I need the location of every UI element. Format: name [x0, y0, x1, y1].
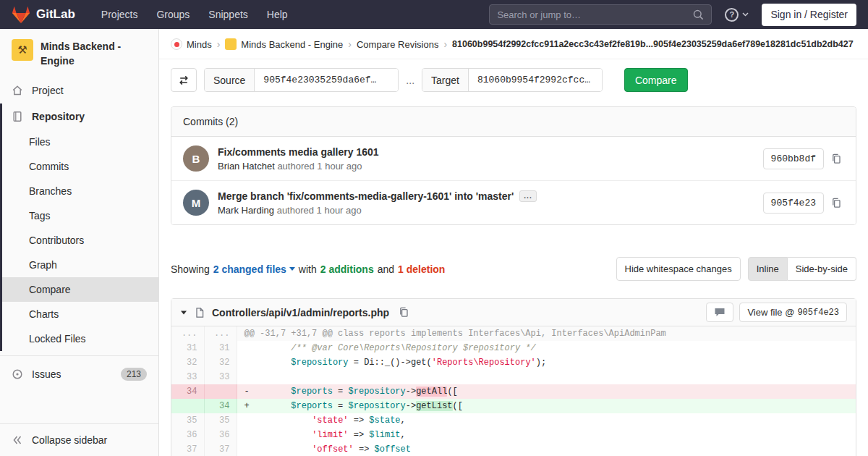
main-content: Minds › Minds Backend - Engine › Compare…	[159, 29, 868, 456]
issues-count-badge: 213	[121, 368, 147, 381]
commit-title-text: Fix/comments media gallery 1601	[218, 146, 379, 158]
toggle-comments-button[interactable]	[706, 303, 733, 322]
old-line-number[interactable]: 34	[171, 384, 204, 399]
sidebar-item-files[interactable]: Files	[0, 130, 158, 154]
copy-sha-button[interactable]	[828, 195, 844, 211]
sidebar-item-issues[interactable]: Issues 213	[0, 360, 158, 388]
commit-title-text: Merge branch 'fix/comments-media-gallery…	[218, 190, 514, 202]
nav-link-help[interactable]: Help	[267, 9, 288, 20]
breadcrumb-label: Minds Backend - Engine	[241, 39, 343, 50]
commit-author-link[interactable]: Mark Harding	[218, 205, 274, 216]
old-line-number[interactable]: 32	[171, 355, 204, 370]
commits-panel: Commits (2) B Fix/comments media gallery…	[171, 106, 856, 225]
side-by-side-view-button[interactable]: Side-by-side	[788, 257, 856, 281]
new-line-number: ...	[204, 326, 237, 341]
new-line-number[interactable]: 32	[204, 355, 237, 370]
swap-revisions-button[interactable]	[171, 68, 197, 92]
sidebar-item-branches[interactable]: Branches	[0, 179, 158, 203]
breadcrumb-project[interactable]: Minds Backend - Engine	[225, 38, 343, 50]
commit-author-avatar[interactable]: B	[183, 145, 209, 172]
old-line-number: ...	[171, 326, 204, 341]
target-revision-input[interactable]	[469, 69, 602, 91]
breadcrumb-separator: ›	[217, 38, 221, 50]
diff-table: ......@@ -31,7 +31,7 @@ class reports im…	[171, 326, 856, 456]
copy-file-path-button[interactable]	[396, 304, 412, 321]
commit-authored-time: authored 1 hour ago	[277, 205, 362, 216]
sidebar-item-tags[interactable]: Tags	[0, 203, 158, 228]
breadcrumb-minds[interactable]: Minds	[171, 38, 212, 50]
nav-link-snippets[interactable]: Snippets	[208, 9, 247, 20]
sidebar-item-charts[interactable]: Charts	[0, 302, 158, 326]
minds-avatar	[171, 38, 182, 50]
sidebar-divider	[0, 355, 158, 356]
sidebar-item-label: Project	[32, 85, 64, 96]
project-avatar: ⚒	[12, 39, 33, 61]
sidebar-item-graph[interactable]: Graph	[0, 253, 158, 277]
global-search-box[interactable]	[489, 4, 712, 25]
new-line-number[interactable]: 31	[204, 341, 237, 355]
diff-code-cell: + $reports = $repository->getList([	[237, 399, 856, 413]
old-line-number[interactable]: 35	[171, 413, 204, 428]
old-line-number[interactable]: 36	[171, 428, 204, 442]
swap-arrows-icon	[178, 75, 190, 86]
diff-file-path[interactable]: Controllers/api/v1/admin/reports.php	[212, 307, 389, 318]
commit-author-avatar[interactable]: M	[183, 190, 209, 216]
with-label: with	[299, 263, 317, 275]
commits-panel-header: Commits (2)	[171, 107, 856, 137]
nav-link-groups[interactable]: Groups	[156, 9, 190, 20]
commit-author-link[interactable]: Brian Hatchet	[218, 161, 275, 172]
help-dropdown[interactable]: ?	[725, 8, 749, 22]
chevron-down-icon	[742, 12, 749, 17]
sign-in-register-button[interactable]: Sign in / Register	[762, 4, 856, 26]
collapse-sidebar-button[interactable]: Collapse sidebar	[0, 423, 158, 456]
diff-file-header: Controllers/api/v1/admin/reports.php Vie…	[171, 299, 856, 326]
commit-sha-button[interactable]: 960bb8df	[763, 148, 824, 169]
diff-code-cell: - $reports = $repository->getAll([	[237, 384, 856, 399]
sidebar-item-compare[interactable]: Compare	[0, 277, 158, 302]
view-file-button[interactable]: View file @ 905f4e23	[739, 303, 847, 322]
commit-meta: Mark Harding authored 1 hour ago	[218, 205, 763, 216]
source-revision-input[interactable]	[255, 69, 398, 91]
new-line-number[interactable]: 37	[204, 442, 237, 456]
sidebar-item-commits[interactable]: Commits	[0, 154, 158, 179]
breadcrumb-label: Minds	[187, 39, 212, 50]
breadcrumb-separator: ›	[348, 38, 352, 50]
copy-sha-button[interactable]	[828, 151, 844, 167]
collapse-diff-caret-icon[interactable]	[180, 309, 187, 316]
hide-whitespace-button[interactable]: Hide whitespace changes	[616, 257, 741, 281]
new-line-number[interactable]: 34	[204, 399, 237, 413]
sidebar-item-project[interactable]: Project	[0, 77, 158, 104]
old-line-number[interactable]: 37	[171, 442, 204, 456]
navbar-right: ? Sign in / Register	[489, 4, 856, 26]
breadcrumb-compare-revisions[interactable]: Compare Revisions	[357, 39, 438, 50]
gitlab-logo-link[interactable]: GitLab	[12, 6, 75, 24]
caret-down-icon	[289, 267, 295, 271]
commit-description-expander[interactable]: ...	[519, 190, 536, 202]
compare-button[interactable]: Compare	[624, 68, 688, 92]
old-line-number[interactable]	[171, 399, 204, 413]
commit-sha-button[interactable]: 905f4e23	[763, 193, 824, 214]
old-line-number[interactable]: 31	[171, 341, 204, 355]
nav-link-projects[interactable]: Projects	[101, 9, 138, 20]
view-file-sha: 905f4e23	[797, 308, 839, 318]
inline-view-button[interactable]: Inline	[748, 257, 788, 281]
copy-icon	[399, 307, 409, 318]
diff-line: 3333	[171, 370, 856, 384]
old-line-number[interactable]: 33	[171, 370, 204, 384]
commit-title[interactable]: Fix/comments media gallery 1601	[218, 146, 763, 158]
sidebar-item-contributors[interactable]: Contributors	[0, 228, 158, 253]
project-context-header[interactable]: ⚒ Minds Backend - Engine	[0, 29, 158, 77]
sidebar-item-locked-files[interactable]: Locked Files	[0, 326, 158, 351]
new-line-number[interactable]: 36	[204, 428, 237, 442]
new-line-number[interactable]	[204, 384, 237, 399]
commit-meta: Brian Hatchet authored 1 hour ago	[218, 161, 763, 172]
search-input[interactable]	[497, 9, 687, 20]
commit-title[interactable]: Merge branch 'fix/comments-media-gallery…	[218, 190, 763, 202]
revision-range-separator: ...	[406, 75, 414, 86]
new-line-number[interactable]: 35	[204, 413, 237, 428]
breadcrumb-label: Compare Revisions	[357, 39, 438, 50]
copy-icon	[831, 198, 841, 208]
changed-files-dropdown[interactable]: 2 changed files	[213, 263, 295, 275]
sidebar-item-repository[interactable]: Repository	[0, 104, 158, 130]
new-line-number[interactable]: 33	[204, 370, 237, 384]
